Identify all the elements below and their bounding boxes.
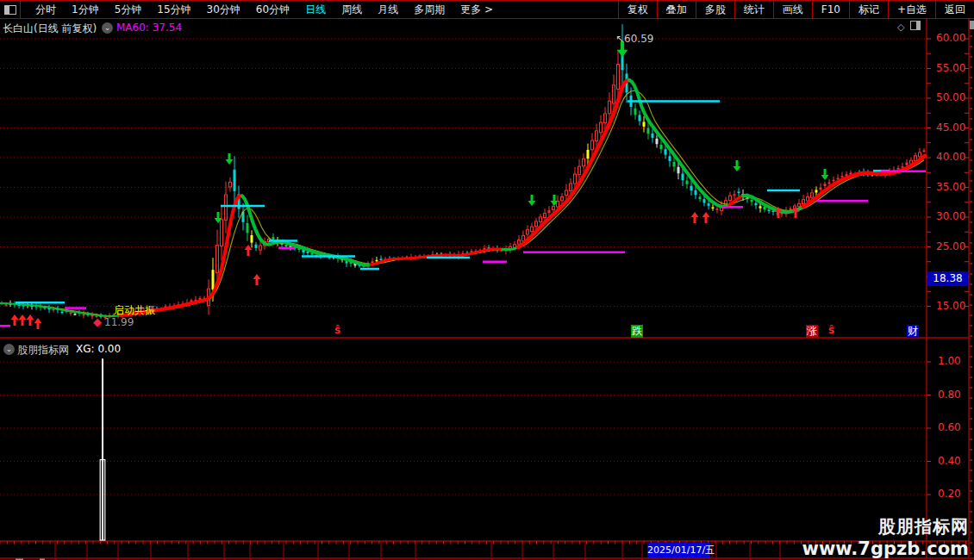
action-button-4[interactable]: 画线	[773, 1, 812, 18]
ma60-value: MA60: 37.54	[116, 22, 182, 34]
watermark-site-name: 股朋指标网	[802, 515, 969, 538]
chart-annotation: ŝ	[828, 324, 834, 336]
price-axis-label: 30.00	[936, 210, 965, 222]
period-tab-6[interactable]: 日线	[297, 3, 334, 17]
date-highlight-label: 2025/01/17/五	[647, 543, 710, 557]
indicator-axis-label: 0.20	[938, 488, 961, 500]
period-tabs: 分时1分钟5分钟15分钟30分钟60分钟日线周线月线多周期更多 >	[21, 1, 618, 18]
watermark: 股朋指标网 www.7gpzb.com	[802, 515, 969, 559]
stock-app-window: { "toolbar": { "left_items": ["分时","1分钟"…	[0, 0, 974, 560]
watermark-url: www.7gpzb.com	[802, 538, 969, 559]
layout-icon[interactable]	[910, 21, 921, 30]
stock-title: 长白山(日线 前复权)	[3, 22, 97, 36]
price-axis-label: 60.00	[936, 32, 965, 44]
indicator-axis-label: 0.80	[938, 389, 961, 401]
period-tab-7[interactable]: 周线	[334, 3, 370, 17]
price-axis-label: 40.00	[936, 151, 965, 163]
marker-badge: 涨	[806, 325, 818, 338]
price-axis-label: 55.00	[936, 62, 965, 74]
indicator-chevron-icon[interactable]: ⌄	[3, 344, 15, 355]
gem-icon: ◆	[93, 315, 102, 328]
indicator-value: XG: 0.00	[76, 343, 121, 355]
action-button-2[interactable]: 多股	[696, 1, 734, 18]
price-axis-label: 45.00	[936, 121, 965, 134]
action-button-8[interactable]: 返回	[935, 1, 974, 18]
panel-icon[interactable]	[970, 21, 974, 29]
chevron-down-icon[interactable]: ⌄	[102, 22, 113, 34]
last-price-label: 18.38	[927, 271, 968, 286]
action-button-6[interactable]: 标记	[849, 1, 888, 18]
action-button-7[interactable]: +自选	[888, 1, 935, 18]
action-button-5[interactable]: F10	[812, 1, 849, 18]
peak-price-label: ↖60.59	[615, 33, 653, 45]
period-tab-0[interactable]: 分时	[28, 3, 64, 17]
period-tab-3[interactable]: 15分钟	[149, 3, 198, 17]
gem-value: 11.99	[104, 316, 134, 328]
period-tab-1[interactable]: 1分钟	[64, 3, 107, 17]
indicator-axis-label: 0.60	[938, 421, 961, 433]
indicator-name: 股朋指标网	[17, 343, 69, 358]
period-tab-10[interactable]: 更多 >	[453, 3, 501, 17]
action-buttons: 复权叠加多股统计画线F10标记+自选返回	[618, 1, 974, 18]
period-tab-5[interactable]: 60分钟	[248, 3, 297, 17]
price-axis-label: 35.00	[936, 181, 965, 193]
split-screen-button[interactable]	[0, 1, 21, 18]
action-button-1[interactable]: 叠加	[657, 1, 696, 18]
indicator-axis-label: 0.40	[938, 455, 961, 467]
price-axis-label: 50.00	[936, 91, 965, 103]
price-axis-label: 25.00	[936, 240, 965, 252]
action-button-3[interactable]: 统计	[734, 1, 773, 18]
chart-annotation: ŝ	[334, 324, 340, 336]
indicator-axis-label: 1.00	[938, 355, 961, 367]
price-axis-label: 15.00	[936, 300, 965, 312]
action-button-0[interactable]: 复权	[618, 1, 657, 18]
period-tab-8[interactable]: 月线	[370, 3, 406, 17]
top-toolbar: 分时1分钟5分钟15分钟30分钟60分钟日线周线月线多周期更多 > 复权叠加多股…	[0, 0, 974, 19]
period-tab-2[interactable]: 5分钟	[107, 3, 150, 17]
period-tab-9[interactable]: 多周期	[406, 3, 453, 17]
period-tab-4[interactable]: 30分钟	[199, 3, 248, 17]
marker-badge: 财	[907, 325, 919, 338]
split-screen-icon	[4, 5, 16, 15]
marker-badge: 跌	[631, 325, 643, 338]
diamond-icon[interactable]: ◇	[897, 22, 904, 33]
chart-canvas[interactable]	[0, 0, 974, 560]
